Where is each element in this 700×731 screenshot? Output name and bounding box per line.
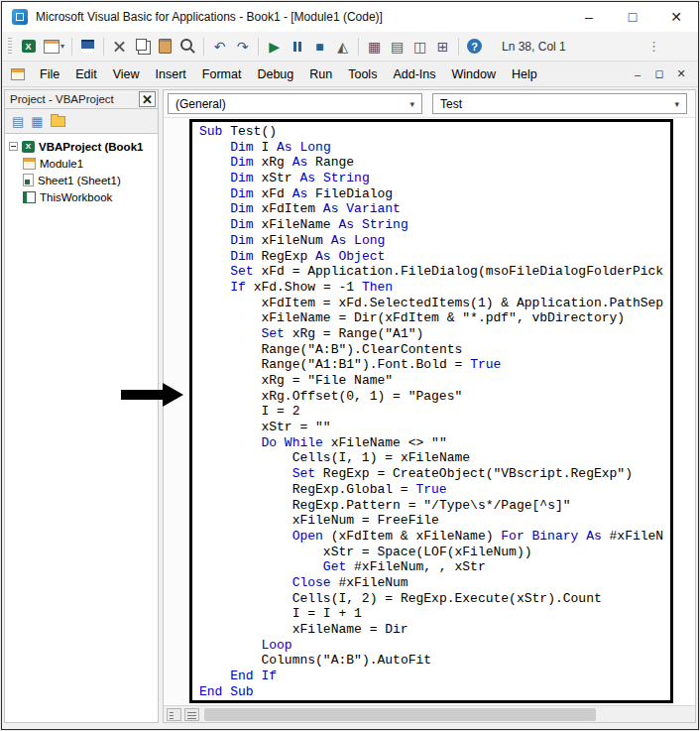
help-icon[interactable] [463,36,486,58]
project-explorer-icon[interactable]: ▦ [363,36,386,58]
code-area[interactable]: Sub Test() Dim I As Long Dim xRg As Rang… [164,118,695,705]
code-line[interactable]: Get #xFileNum, , xStr [199,559,670,575]
code-line[interactable]: Open (xFdItem & xFileName) For Binary As… [199,529,670,545]
code-line[interactable]: Range("A1:B1").Font.Bold = True [199,357,670,373]
code-line[interactable]: xRg.Offset(0, 1) = "Pages" [199,389,670,405]
code-line[interactable]: Dim xFdItem As Variant [199,201,670,217]
menu-item-debug[interactable]: Debug [249,63,301,85]
menu-item-add-ins[interactable]: Add-Ins [385,63,443,85]
code-line[interactable]: xFileName = Dir [199,622,670,638]
code-line[interactable]: Dim I As Long [199,140,670,156]
code-line[interactable]: If xFd.Show = -1 Then [199,280,670,296]
find-icon[interactable] [176,36,199,58]
object-browser-icon[interactable]: ◫ [408,36,431,58]
copy-icon[interactable] [131,36,154,58]
code-text[interactable]: Sub Test() Dim I As Long Dim xRg As Rang… [192,122,670,700]
sheet-icon [23,174,34,186]
tree-item-module1[interactable]: Module1 [5,155,158,172]
code-line[interactable]: End If [199,669,670,684]
code-line[interactable]: xStr = Space(LOF(xFileNum)) [199,545,670,560]
scrollbar-track[interactable] [202,707,692,722]
code-line[interactable]: Close #xFileNum [199,575,670,591]
properties-window-icon[interactable]: ▤ [386,36,408,58]
code-line[interactable]: xFileName = Dir(xFdItem & "*.pdf", vbDir… [199,310,670,326]
procedure-dropdown[interactable]: Test ▾ [432,93,687,114]
menu-item-run[interactable]: Run [301,63,340,85]
tree-item-sheet1-sheet1[interactable]: Sheet1 (Sheet1) [5,172,158,188]
project-panel-close-button[interactable]: ✕ [139,91,156,107]
reset-icon[interactable]: ■ [308,36,331,58]
toolbar-separator [71,38,72,56]
code-line[interactable]: Dim xFd As FileDialog [199,186,670,202]
code-line[interactable]: Sub Test() [199,124,670,140]
toggle-folders-icon[interactable] [51,116,65,127]
code-line[interactable]: xFileNum = FreeFile [199,513,670,529]
insert-userform-icon[interactable] [40,36,62,58]
code-line[interactable]: xFdItem = xFd.SelectedItems(1) & Applica… [199,296,670,311]
scrollbar-thumb[interactable] [204,708,596,721]
module-window-icon[interactable] [11,68,25,80]
project-panel-title: Project - VBAProject [10,93,114,105]
run-icon[interactable]: ▶ [263,36,286,58]
paste-icon[interactable] [154,36,176,58]
window-bottom-edge [2,723,698,730]
code-line[interactable]: Loop [199,638,670,654]
close-button[interactable]: ✕ [654,2,698,32]
full-module-view-button[interactable] [184,708,199,721]
view-microsoft-excel-icon[interactable] [17,36,40,58]
maximize-button[interactable]: □ [611,2,654,32]
mdi-close-button[interactable]: ✕ [670,65,692,83]
tree-item-vbaproject-book1[interactable]: XVBAProject (Book1 [5,138,158,155]
tree-expander-icon[interactable] [9,142,18,151]
code-line[interactable]: Set xFd = Application.FileDialog(msoFile… [199,264,670,280]
code-line[interactable]: I = I + 1 [199,606,670,622]
menu-item-edit[interactable]: Edit [67,63,105,85]
toolbox-icon[interactable]: ⊞ [431,36,454,58]
chevron-down-icon[interactable]: ▾ [674,99,679,109]
code-line[interactable]: Cells(I, 1) = xFileName [199,450,670,466]
mdi-minimize-button[interactable]: – [627,65,648,83]
code-line[interactable]: Do While xFileName <> "" [199,435,670,451]
menu-item-tools[interactable]: Tools [340,63,385,85]
menu-item-window[interactable]: Window [444,63,504,85]
design-mode-icon[interactable]: ◭ [331,36,354,58]
toolbar-options-icon[interactable]: ⋮ [647,39,694,54]
procedure-dropdown-value: Test [440,97,462,111]
chevron-down-icon[interactable]: ▾ [409,99,414,109]
code-line[interactable]: Set xRg = Range("A1") [199,326,670,342]
toolbar-grip[interactable] [8,38,12,56]
code-line[interactable]: Dim xStr As String [199,171,670,186]
undo-icon[interactable]: ↶ [208,36,231,58]
code-line[interactable]: I = 2 [199,404,670,420]
code-line[interactable]: Cells(I, 2) = RegExp.Execute(xStr).Count [199,591,670,607]
code-line[interactable]: xStr = "" [199,420,670,435]
minimize-button[interactable]: – [567,2,611,32]
code-line[interactable]: Dim xFileNum As Long [199,233,670,249]
view-code-icon[interactable]: ▤ [12,114,24,129]
code-line[interactable]: Dim xRg As Range [199,155,670,171]
object-dropdown[interactable]: (General) ▾ [168,93,422,114]
menu-item-format[interactable]: Format [194,63,250,85]
menu-item-help[interactable]: Help [504,63,545,85]
code-line[interactable]: xRg = "File Name" [199,373,670,389]
code-line[interactable]: Set RegExp = CreateObject("VBscript.RegE… [199,466,670,482]
mdi-restore-button[interactable]: ◻ [648,65,670,83]
code-line[interactable]: Range("A:B").ClearContents [199,342,670,358]
code-line[interactable]: Columns("A:B").AutoFit [199,653,670,669]
code-line[interactable]: Dim xFileName As String [199,217,670,233]
code-line[interactable]: RegExp.Pattern = "/Type\s*/Page[^s]" [199,498,670,514]
menubar-items: FileEditViewInsertFormatDebugRunToolsAdd… [32,63,545,85]
menu-item-file[interactable]: File [32,63,67,85]
view-object-icon[interactable]: ▦ [31,114,43,129]
menu-item-insert[interactable]: Insert [148,63,194,85]
save-icon[interactable] [76,36,99,58]
procedure-view-button[interactable] [167,708,181,721]
code-line[interactable]: Dim RegExp As Object [199,249,670,265]
menu-item-view[interactable]: View [105,63,148,85]
code-line[interactable]: RegExp.Global = True [199,482,670,498]
redo-icon[interactable]: ↷ [231,36,254,58]
break-icon[interactable] [286,36,308,58]
code-line[interactable]: End Sub [199,684,670,700]
cut-icon[interactable] [108,36,131,58]
tree-item-thisworkbook[interactable]: ThisWorkbook [5,188,158,205]
